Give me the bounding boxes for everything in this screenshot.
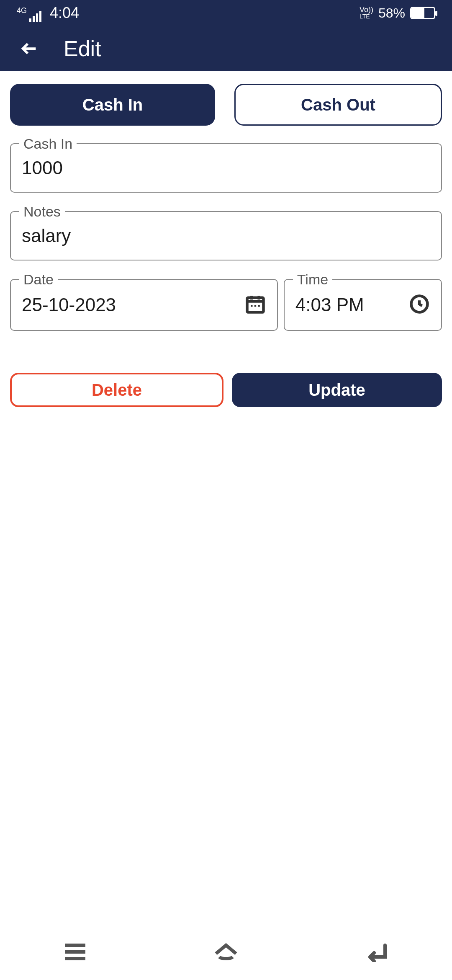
status-right: Vo))LTE 58%: [360, 5, 435, 21]
amount-label: Cash In: [19, 136, 77, 152]
battery-percent: 58%: [378, 5, 405, 21]
battery-icon: [410, 7, 435, 19]
date-value: 25-10-2023: [22, 294, 116, 315]
time-label: Time: [293, 271, 332, 288]
date-field[interactable]: Date 25-10-2023: [10, 279, 278, 331]
arrow-left-icon: [20, 39, 39, 58]
volte-icon: Vo))LTE: [360, 6, 373, 20]
time-value: 4:03 PM: [295, 294, 364, 315]
page-title: Edit: [64, 36, 101, 61]
home-button[interactable]: [213, 942, 239, 964]
notes-field[interactable]: Notes: [10, 211, 442, 260]
notes-input[interactable]: [22, 225, 430, 246]
back-icon: [363, 942, 390, 962]
time-field[interactable]: Time 4:03 PM: [284, 279, 442, 331]
delete-button[interactable]: Delete: [10, 373, 223, 407]
clock: 4:04: [50, 4, 79, 22]
cash-out-tab[interactable]: Cash Out: [234, 84, 442, 126]
action-row: Delete Update: [10, 373, 442, 407]
cash-in-tab[interactable]: Cash In: [10, 84, 215, 126]
date-time-row: Date 25-10-2023 Time 4:03 PM: [10, 279, 442, 349]
status-bar: 4G 4:04 Vo))LTE 58%: [0, 0, 452, 26]
date-label: Date: [19, 271, 58, 288]
system-nav-bar: [0, 926, 452, 980]
amount-input[interactable]: [22, 157, 430, 178]
clock-icon: [408, 293, 430, 317]
notes-label: Notes: [19, 204, 65, 220]
status-left: 4G 4:04: [17, 4, 79, 22]
back-nav-button[interactable]: [363, 942, 390, 964]
signal-icon: [29, 11, 41, 22]
update-button[interactable]: Update: [232, 373, 442, 407]
content: Cash In Cash Out Cash In Notes Date 25-1…: [0, 71, 452, 407]
menu-icon: [62, 942, 89, 962]
network-type: 4G: [17, 7, 27, 14]
transaction-type-toggle: Cash In Cash Out: [10, 84, 442, 126]
app-bar: Edit: [0, 26, 452, 71]
svg-rect-0: [247, 298, 263, 312]
recents-button[interactable]: [62, 942, 89, 964]
back-button[interactable]: [13, 32, 46, 65]
calendar-icon: [244, 293, 266, 317]
amount-field[interactable]: Cash In: [10, 143, 442, 193]
home-icon: [213, 942, 239, 962]
